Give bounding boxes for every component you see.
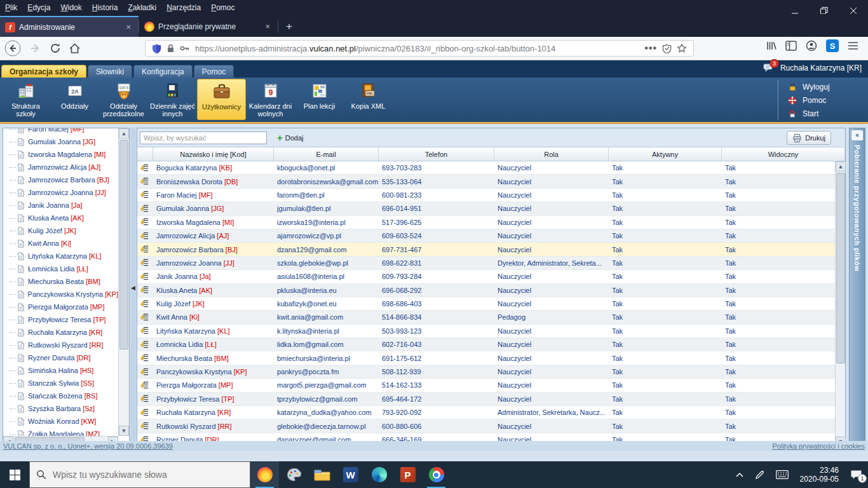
table-row-jamrozowicz-barbara[interactable]: Jamrozowicz Barbara [BJ] dzana129@gmail.… <box>137 243 845 256</box>
row-edit-icon[interactable] <box>137 311 153 323</box>
ribbon-button-uzytkownicy[interactable]: Użytkownicy <box>197 79 246 120</box>
table-row-janik-joanna[interactable]: Janik Joanna [Ja] asiula1608@interia.pl … <box>137 270 845 283</box>
table-row-rucha-a-katarzyna[interactable]: Ruchała Katarzyna [KR] katarzyna_dudka@y… <box>137 406 845 419</box>
taskbar-app-powerpoint[interactable]: P <box>393 461 422 488</box>
home-button[interactable] <box>69 43 81 55</box>
ribbon-tab-pomoc[interactable]: Pomoc <box>194 65 234 78</box>
row-edit-icon[interactable] <box>137 243 153 255</box>
taskbar-app-firefox[interactable] <box>250 461 279 488</box>
grid-vertical-scrollbar[interactable]: ▲ ▼ <box>835 161 845 447</box>
table-row-przyby-owicz-teresa[interactable]: Przybyłowicz Teresa [TP] tprzybylowicz@g… <box>137 393 845 406</box>
row-edit-icon[interactable] <box>137 297 153 310</box>
back-button[interactable] <box>4 39 22 57</box>
tab-close-icon[interactable]: × <box>123 22 133 32</box>
scroll-down-icon[interactable]: ▼ <box>119 426 129 436</box>
browser-tab-przegladanie-prywatne[interactable]: Przeglądanie prywatne× <box>139 16 278 37</box>
menu-item-zak-adki[interactable]: Zakładki <box>123 1 161 14</box>
windows-ink-pen-icon[interactable] <box>755 470 764 480</box>
url-bar[interactable]: https://uonetplus-administracja.vulcan.n… <box>145 40 694 57</box>
add-user-button[interactable]: +Dodaj <box>272 132 309 144</box>
sidebar-item-wozniak-konrad[interactable]: Woźniak Konrad [KW] <box>10 415 118 428</box>
taskbar-clock[interactable]: 23:46 2020-09-05 <box>800 466 839 484</box>
quick-menu-pomoc[interactable]: Pomoc <box>787 93 859 107</box>
row-edit-icon[interactable] <box>137 419 153 432</box>
downloads-collapsed-panel[interactable]: « Pobieranie przygotowanych plików <box>849 128 865 447</box>
table-row-bogucka-katarzyna[interactable]: Bogucka Katarzyna [KB] kbogucka@onet.pl … <box>137 161 845 175</box>
taskbar-search-input[interactable] <box>53 470 231 480</box>
ribbon-tab-organizacja-szko-y[interactable]: Organizacja szkoły <box>1 65 86 78</box>
library-icon[interactable] <box>765 40 776 51</box>
menu-item-edycja[interactable]: Edycja <box>22 1 55 14</box>
row-edit-icon[interactable] <box>137 365 153 378</box>
sidebar-item-litynska-katarzyna[interactable]: Lityńska Katarzyna [KL] <box>10 250 118 262</box>
row-edit-icon[interactable] <box>137 189 153 201</box>
row-edit-icon[interactable] <box>137 338 153 351</box>
row-edit-icon[interactable] <box>137 379 153 391</box>
taskbar-app-edge[interactable] <box>365 461 393 488</box>
scroll-up-icon[interactable]: ▲ <box>836 161 846 172</box>
table-row-pierzga-ma-gorzata[interactable]: Pierzga Małgorzata [MP] margot5.pierzga@… <box>137 379 845 392</box>
table-row-kluska-aneta[interactable]: Kluska Aneta [AK] pkluska@interia.eu 696… <box>137 284 845 297</box>
hamburger-menu-icon[interactable] <box>848 41 858 50</box>
table-row-rutkowski-ryszard[interactable]: Rutkowski Ryszard [RR] glebokie@diecezja… <box>137 419 845 433</box>
new-tab-button[interactable]: + <box>278 20 300 37</box>
column-header-telefon[interactable]: Telefon <box>379 147 494 161</box>
version-link[interactable]: VULCAN sp. z o. o., Uonet+, wersja 20.09… <box>3 442 173 450</box>
touch-keyboard-icon[interactable] <box>776 470 789 479</box>
ribbon-button-dziennik-zajec-innych[interactable]: Dziennik zajęć innych <box>148 79 197 120</box>
table-row-miechurska-beata[interactable]: Miechurska Beata [BM] bmiechurska@interi… <box>137 351 845 365</box>
sidebar-item-miechurska-beata[interactable]: Miechurska Beata [BM] <box>10 275 118 288</box>
row-edit-icon[interactable] <box>137 216 153 229</box>
sidebar-item-ryzner-danuta[interactable]: Ryzner Danuta [DR] <box>10 351 118 364</box>
sidebar-item-janik-joanna[interactable]: Janik Joanna [Ja] <box>10 199 118 212</box>
account-icon[interactable] <box>806 40 817 51</box>
sidebar-item-kulig-jozef[interactable]: Kulig Józef [JK] <box>10 224 118 237</box>
skype-extension-icon[interactable]: S <box>826 39 839 52</box>
tray-chevron-icon[interactable] <box>736 472 743 477</box>
sidebar-item-szyszka-barbara[interactable]: Szyszka Barbara [Sz] <box>10 402 118 415</box>
logged-user-name[interactable]: Ruchała Katarzyna [KR] <box>780 64 862 72</box>
sidebar-item-siminska-halina[interactable]: Simińska Halina [HS] <box>10 364 118 377</box>
bookmark-star-icon[interactable] <box>677 43 687 53</box>
tab-close-icon[interactable]: × <box>262 22 273 31</box>
tree-vertical-scrollbar[interactable]: ▲ ▼ <box>118 128 129 436</box>
row-edit-icon[interactable] <box>137 393 153 405</box>
row-edit-icon[interactable] <box>137 257 153 269</box>
row-edit-icon[interactable] <box>137 325 153 337</box>
scroll-up-icon[interactable]: ▲ <box>119 128 129 139</box>
browser-tab-administrowanie[interactable]: fAdministrowanie× <box>0 16 139 37</box>
quick-menu-wyloguj[interactable]: Wyloguj <box>787 80 859 93</box>
menu-item-historia[interactable]: Historia <box>87 1 123 14</box>
table-row-kulig-jozef[interactable]: Kulig Józef [JK] kubafizyk@onet.eu 698-6… <box>137 297 845 311</box>
ribbon-tab-konfiguracja[interactable]: Konfiguracja <box>133 65 193 78</box>
messages-icon[interactable]: 3 <box>763 63 774 72</box>
lock-icon[interactable] <box>166 44 175 53</box>
column-header-nazwisko-i-imie-kod[interactable]: Nazwisko i imię [Kod] <box>153 147 274 161</box>
ribbon-button-struktura-szko-y[interactable]: Struktura szkoły <box>1 79 50 120</box>
quick-menu-start[interactable]: Start <box>787 107 859 120</box>
column-header-rola[interactable]: Rola <box>494 147 609 161</box>
table-row-izworska-magdalena[interactable]: Izworska Magdalena [MI] izworska19@inter… <box>137 216 845 229</box>
row-edit-icon[interactable] <box>137 175 153 187</box>
table-row-broniszewska-dorota[interactable]: Broniszewska Dorota [DB] dorotabroniszew… <box>137 175 845 188</box>
sidebar-item-kluska-aneta[interactable]: Kluska Aneta [AK] <box>10 212 118 224</box>
sidebar-item-jamrozowicz-joanna[interactable]: Jamrozowicz Joanna [JJ] <box>10 186 118 199</box>
action-center-icon[interactable]: 1 <box>850 470 862 480</box>
ribbon-button-kopia-xml[interactable]: XML Kopia XML <box>344 79 393 120</box>
saved-password-key-icon[interactable] <box>180 44 190 52</box>
tracking-protection-shield-icon[interactable] <box>152 43 161 53</box>
reload-button[interactable] <box>50 43 61 54</box>
ribbon-button-oddzia-y[interactable]: 2A Oddziały <box>50 79 99 120</box>
privacy-policy-link[interactable]: Polityka prywatności i cookies <box>772 442 865 450</box>
start-button[interactable] <box>0 461 29 488</box>
table-row-faron-maciej[interactable]: Faron Maciej [MF] faronm@tlen.pl 600-981… <box>137 189 845 202</box>
sidebar-item-przyby-owicz-teresa[interactable]: Przybyłowicz Teresa [TP] <box>10 313 118 326</box>
table-row-jamrozowicz-alicja[interactable]: Jamrozowicz Alicja [AJ] ajamrozowicz@vp.… <box>137 229 845 243</box>
menu-item-plik[interactable]: Plik <box>0 1 22 14</box>
expand-panel-icon[interactable]: « <box>851 130 864 141</box>
table-row-panczykowska-krystyna[interactable]: Panczykowska Krystyna [KP] pankrys@poczt… <box>137 365 845 379</box>
menu-item-narzedzia[interactable]: Narzędzia <box>161 1 206 14</box>
sidebar-item-gumulak-joanna[interactable]: Gumulak Joanna [JG] <box>10 135 118 148</box>
print-button[interactable]: Drukuj <box>787 131 831 145</box>
grid-search-input[interactable] <box>140 132 267 144</box>
